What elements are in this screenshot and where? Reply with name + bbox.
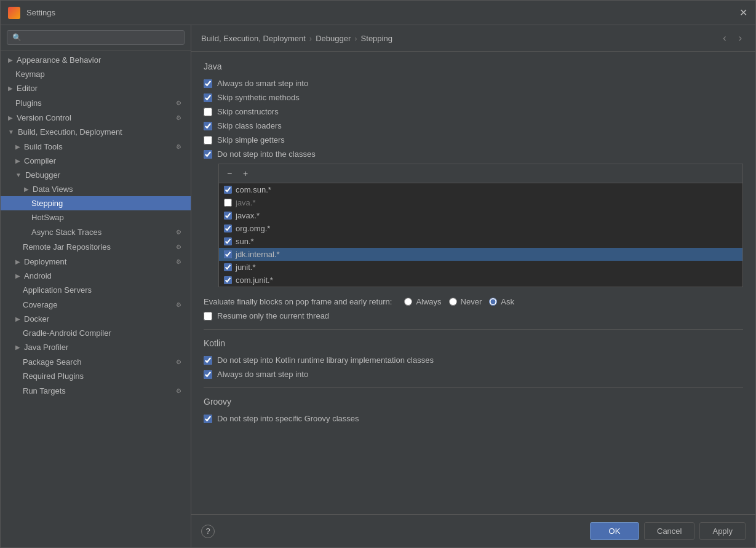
sidebar-item-label: Compiler [24, 156, 183, 165]
arrow-icon: ▶ [15, 258, 20, 265]
always-smart-checkbox[interactable] [204, 79, 212, 88]
add-class-button[interactable]: + [239, 167, 252, 180]
skip-synthetic-label: Skip synthetic methods [217, 93, 300, 102]
divider-2 [204, 387, 743, 388]
sidebar-item-editor[interactable]: ▶Editor [1, 81, 191, 95]
radio-ask-input[interactable] [489, 298, 497, 306]
class-item[interactable]: com.junit.* [219, 274, 742, 287]
remove-class-button[interactable]: − [223, 167, 236, 180]
settings-badge-icon: ⚙ [173, 357, 183, 367]
sidebar-item-android[interactable]: ▶Android [1, 269, 191, 283]
class-item-checkbox[interactable] [224, 250, 232, 258]
breadcrumb-nav: ‹ › [719, 31, 746, 45]
title-bar: Settings ✕ [1, 1, 755, 25]
close-button[interactable]: ✕ [738, 8, 748, 18]
search-input[interactable] [7, 30, 185, 45]
sidebar-item-label: Deployment [24, 257, 173, 266]
radio-never-input[interactable] [449, 298, 457, 306]
resume-only-checkbox[interactable] [204, 312, 212, 320]
skip-constructors-row: Skip constructors [204, 107, 743, 116]
class-item-checkbox[interactable] [224, 212, 232, 220]
content-panel: Build, Execution, Deployment › Debugger … [191, 25, 755, 547]
class-item[interactable]: com.sun.* [219, 183, 742, 196]
sidebar-item-plugins[interactable]: Plugins⚙ [1, 95, 191, 110]
class-item[interactable]: org.omg.* [219, 222, 742, 235]
sidebar-item-gradle-android[interactable]: Gradle-Android Compiler [1, 326, 191, 340]
class-item[interactable]: sun.* [219, 235, 742, 248]
sidebar-item-debugger[interactable]: ▼Debugger [1, 168, 191, 182]
radio-ask-label: Ask [501, 297, 514, 306]
kotlin-smart-checkbox[interactable] [204, 370, 212, 379]
arrow-icon: ▶ [24, 186, 29, 193]
ok-button[interactable]: OK [590, 522, 639, 540]
kotlin-do-not-step-row: Do not step into Kotlin runtime library … [204, 355, 743, 365]
arrow-icon: ▶ [8, 114, 13, 121]
sidebar-item-java-profiler[interactable]: ▶Java Profiler [1, 340, 191, 354]
arrow-icon: ▶ [15, 316, 20, 322]
skip-constructors-checkbox[interactable] [204, 108, 212, 116]
sidebar-item-label: Editor [17, 84, 183, 93]
sidebar-item-keymap[interactable]: Keymap [1, 67, 191, 81]
sidebar-item-required-plugins[interactable]: Required Plugins [1, 369, 191, 383]
sidebar-item-docker[interactable]: ▶Docker [1, 312, 191, 326]
radio-never: Never [449, 297, 482, 306]
sidebar-item-build-tools[interactable]: ▶Build Tools⚙ [1, 139, 191, 154]
skip-simple-getters-checkbox[interactable] [204, 136, 212, 145]
resume-only-label: Resume only the current thread [217, 311, 329, 320]
class-item-checkbox[interactable] [224, 276, 232, 284]
bottom-bar: ? OK Cancel Apply [191, 514, 755, 547]
sidebar-item-async-stack[interactable]: Async Stack Traces⚙ [1, 224, 191, 239]
sidebar-item-label: Version Control [17, 113, 173, 122]
kotlin-do-not-step-checkbox[interactable] [204, 356, 212, 365]
class-item-checkbox[interactable] [224, 186, 232, 194]
sidebar-item-run-targets[interactable]: Run Targets⚙ [1, 383, 191, 398]
do-not-step-checkbox[interactable] [204, 150, 212, 159]
class-item-checkbox[interactable] [224, 237, 232, 245]
sidebar-item-label: Gradle-Android Compiler [23, 328, 183, 338]
arrow-icon: ▶ [8, 57, 13, 63]
app-icon [8, 7, 20, 19]
radio-always-input[interactable] [404, 298, 412, 306]
class-item-checkbox[interactable] [224, 199, 232, 207]
sidebar-item-build-execution[interactable]: ▼Build, Execution, Deployment [1, 125, 191, 139]
nav-back-button[interactable]: ‹ [719, 31, 730, 45]
class-item[interactable]: java.* [219, 196, 742, 209]
sidebar-item-version-control[interactable]: ▶Version Control⚙ [1, 110, 191, 125]
skip-simple-getters-row: Skip simple getters [204, 135, 743, 145]
arrow-icon: ▼ [15, 172, 22, 178]
class-item[interactable]: javax.* [219, 209, 742, 222]
skip-class-loaders-checkbox[interactable] [204, 122, 212, 130]
apply-button[interactable]: Apply [699, 522, 746, 540]
sidebar-item-data-views[interactable]: ▶Data Views [1, 182, 191, 196]
groovy-do-not-step-row: Do not step into specific Groovy classes [204, 414, 743, 423]
cancel-button[interactable]: Cancel [644, 522, 694, 540]
sidebar-item-label: Required Plugins [23, 371, 183, 381]
breadcrumb-item-2: Debugger [316, 34, 351, 43]
class-item-checkbox[interactable] [224, 224, 232, 232]
sidebar-item-appearance[interactable]: ▶Appearance & Behavior [1, 53, 191, 67]
search-box [1, 25, 191, 50]
groovy-do-not-step-checkbox[interactable] [204, 415, 212, 423]
help-button[interactable]: ? [201, 525, 215, 538]
sidebar-item-label: Data Views [33, 185, 183, 194]
sidebar-item-coverage[interactable]: Coverage⚙ [1, 297, 191, 312]
groovy-section-title: Groovy [204, 397, 743, 407]
sidebar-item-app-servers[interactable]: Application Servers [1, 283, 191, 297]
sidebar-item-stepping[interactable]: Stepping [1, 196, 191, 210]
nav-forward-button[interactable]: › [735, 31, 746, 45]
radio-ask: Ask [489, 297, 514, 306]
class-item-pattern: sun.* [236, 237, 254, 246]
class-item[interactable]: junit.* [219, 261, 742, 274]
sidebar-item-package-search[interactable]: Package Search⚙ [1, 354, 191, 369]
class-item[interactable]: jdk.internal.* [219, 248, 742, 261]
sidebar-item-remote-jar[interactable]: Remote Jar Repositories⚙ [1, 239, 191, 254]
sidebar-item-label: Async Stack Traces [31, 228, 173, 237]
class-item-checkbox[interactable] [224, 263, 232, 271]
sidebar-item-deployment[interactable]: ▶Deployment⚙ [1, 254, 191, 269]
sidebar-item-compiler[interactable]: ▶Compiler [1, 154, 191, 168]
settings-badge-icon: ⚙ [173, 227, 183, 237]
class-item-pattern: org.omg.* [236, 224, 270, 233]
sidebar-item-hotswap[interactable]: HotSwap [1, 210, 191, 224]
arrow-icon: ▼ [8, 129, 14, 135]
skip-synthetic-checkbox[interactable] [204, 93, 212, 102]
